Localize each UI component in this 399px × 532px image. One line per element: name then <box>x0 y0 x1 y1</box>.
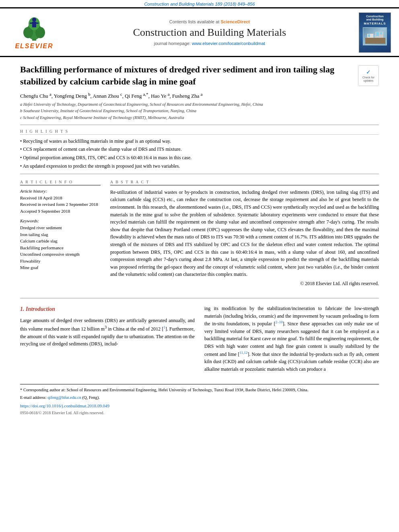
body-col-right: ing its modification by the stabilizatio… <box>204 305 379 373</box>
doi-text: https://doi.org/10.1016/j.conbuildmat.20… <box>20 403 109 408</box>
cover-title-text: Constructionand BuildingMATERIALS <box>364 15 386 25</box>
issn-line: 0950-0618/© 2018 Elsevier Ltd. All right… <box>20 410 379 416</box>
sciencedirect-prefix: Contents lists available at <box>169 19 221 24</box>
highlight-2: CCS replacement of cement can elevate th… <box>20 146 379 153</box>
body-col1-text: Large amounts of dredged river sediments… <box>20 317 195 348</box>
doi-line[interactable]: https://doi.org/10.1016/j.conbuildmat.20… <box>20 403 379 409</box>
footnote-area: * Corresponding author at: School of Res… <box>20 384 379 416</box>
article-abstract-area: A R T I C L E I N F O Article history: R… <box>20 180 379 287</box>
keyword-5: Unconfined compressive strength <box>20 251 101 258</box>
body-col-left: 1. Introduction Large amounts of dredged… <box>20 305 195 373</box>
highlights-label: H I G H L I G H T S <box>20 129 379 135</box>
journal-cover: Constructionand BuildingMATERIALS <box>359 12 391 53</box>
svg-rect-9 <box>365 38 385 44</box>
top-citation-bar: Construction and Building Materials 189 … <box>0 0 399 7</box>
journal-header: Construction and Building Materials 189 … <box>0 0 399 57</box>
email-suffix: (Q, Feng). <box>81 395 100 400</box>
history-item-3: Accepted 9 September 2018 <box>20 208 101 215</box>
sciencedirect-link[interactable]: ScienceDirect <box>221 19 250 24</box>
journal-title: Construction and Building Materials <box>68 27 351 39</box>
keyword-2: Iron tailing slag <box>20 231 101 238</box>
paper-title-area: Backfilling performance of mixtures of d… <box>20 64 379 87</box>
homepage-url[interactable]: www.elsevier.com/locate/conbuildmat <box>192 41 265 46</box>
cover-illustration <box>363 28 387 46</box>
history-item-1: Received 18 April 2018 <box>20 195 101 201</box>
check-icon: ✓ <box>366 69 371 75</box>
keywords-label: Keywords: <box>20 218 101 223</box>
history-item-2: Received in revised form 2 September 201… <box>20 201 101 208</box>
keyword-1: Dredged river sediment <box>20 224 101 231</box>
author-chengfu: Chengfu Chu a, Yongfeng Deng b, Annan Zh… <box>20 93 203 99</box>
abstract-text: Re-utilization of industrial wastes or b… <box>110 189 379 278</box>
email-label: E-mail address: <box>20 395 47 400</box>
cover-image <box>363 27 387 45</box>
keyword-3: Calcium carbide slag <box>20 238 101 244</box>
paper-title: Backfilling performance of mixtures of d… <box>20 64 358 87</box>
keyword-4: Backfilling performance <box>20 244 101 251</box>
abstract-copyright: © 2018 Elsevier Ltd. All rights reserved… <box>110 281 379 287</box>
journal-homepage: journal homepage: www.elsevier.com/locat… <box>68 41 351 46</box>
affiliation-a: a Hefei University of Technology, Depart… <box>20 102 379 107</box>
introduction-section: 1. Introduction Large amounts of dredged… <box>20 305 379 373</box>
svg-rect-7 <box>30 23 33 24</box>
elsevier-tree-icon <box>16 16 52 42</box>
authors-line: Chengfu Chu a, Yongfeng Deng b, Annan Zh… <box>20 91 379 99</box>
highlight-4: An updated expression to predict the str… <box>20 163 379 170</box>
email-address[interactable]: qifeng@hfut.edu.cn <box>47 395 81 400</box>
section1-title: 1. Introduction <box>20 305 195 314</box>
body-two-col: 1. Introduction Large amounts of dredged… <box>20 305 379 373</box>
elsevier-brand-text: ELSEVIER <box>15 43 53 50</box>
corresponding-author-note: * Corresponding author at: School of Res… <box>20 387 379 393</box>
email-line: E-mail address: qifeng@hfut.edu.cn (Q, F… <box>20 394 379 401</box>
highlight-3: Optimal proportion among DRS, ITS, OPC a… <box>20 154 379 161</box>
svg-rect-12 <box>368 34 370 37</box>
check-updates-badge: ✓ Check forupdates <box>358 65 379 86</box>
highlights-section: H I G H L I G H T S Recycling of wastes … <box>20 129 379 170</box>
abstract-label: A B S T R A C T <box>110 180 379 185</box>
abstract-col: A B S T R A C T Re-utilization of indust… <box>110 180 379 287</box>
affiliation-b: b Southeast University, Institute of Geo… <box>20 108 379 114</box>
keyword-7: Mine goaf <box>20 264 101 271</box>
keyword-6: Flowability <box>20 258 101 265</box>
elsevier-logo: ELSEVIER <box>8 16 60 50</box>
svg-rect-14 <box>380 32 382 35</box>
svg-point-5 <box>32 18 36 22</box>
affiliations: a Hefei University of Technology, Depart… <box>20 102 379 121</box>
check-updates-text: Check forupdates <box>362 76 374 83</box>
sciencedirect-line: Contents lists available at ScienceDirec… <box>68 19 351 24</box>
homepage-label: journal homepage: <box>154 41 192 46</box>
svg-rect-8 <box>35 23 39 24</box>
article-info-col: A R T I C L E I N F O Article history: R… <box>20 180 101 287</box>
affiliation-c: c School of Engineering, Royal Melbourne… <box>20 115 379 121</box>
svg-rect-13 <box>376 32 379 36</box>
top-citation-text: Construction and Building Materials 189 … <box>144 2 255 6</box>
content-area: Backfilling performance of mixtures of d… <box>0 57 399 422</box>
highlight-1: Recycling of wastes as backfilling mater… <box>20 138 379 145</box>
article-info-label: A R T I C L E I N F O <box>20 180 101 185</box>
article-history-label: Article history: <box>20 189 101 193</box>
body-col2-text: ing its modification by the stabilizatio… <box>204 305 379 373</box>
journal-center-info: Contents lists available at ScienceDirec… <box>60 19 359 46</box>
